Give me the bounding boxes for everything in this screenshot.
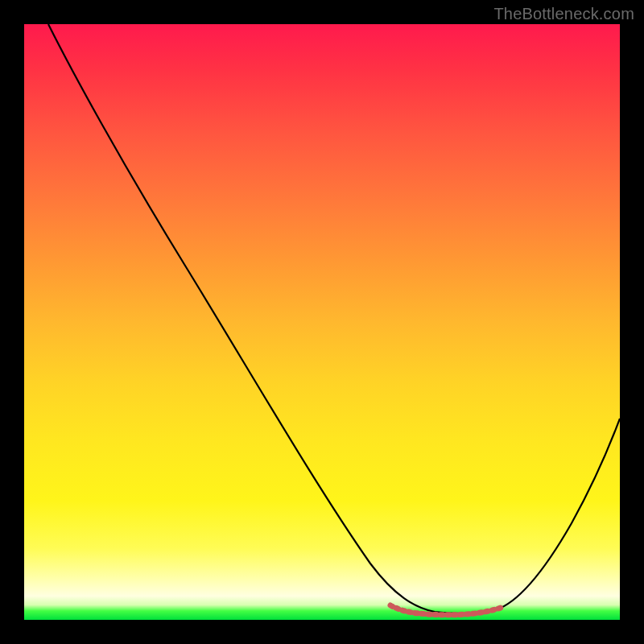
chart-svg [24,24,620,620]
watermark-text: TheBottleneck.com [493,5,634,23]
bottleneck-curve [48,24,620,613]
minimum-band [390,605,503,615]
chart-area [24,24,620,620]
